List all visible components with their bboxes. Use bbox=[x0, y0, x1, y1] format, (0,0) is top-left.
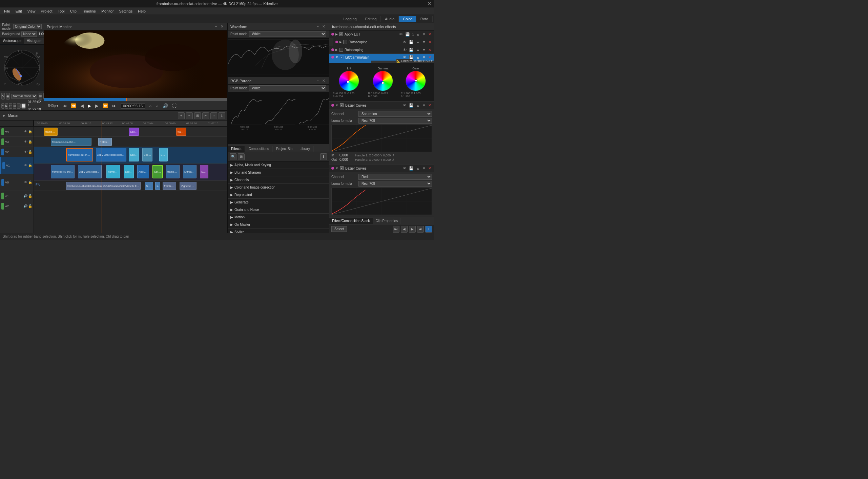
tl-tool-2[interactable]: ▶ bbox=[5, 103, 8, 109]
clip-v1-5[interactable]: Apply LUT/Lift/s bbox=[137, 165, 149, 178]
effect-enabled-checkbox[interactable]: ✓ bbox=[340, 166, 344, 170]
menu-file[interactable]: File bbox=[1, 8, 13, 14]
track-v0-mute[interactable]: 👁 bbox=[24, 180, 27, 184]
tab-library[interactable]: Library bbox=[296, 146, 314, 152]
track-a1-mute[interactable]: 🔊 bbox=[23, 194, 27, 198]
clip-vi-4[interactable]: framboise-ou-cho bbox=[163, 182, 176, 190]
clip-v1-9[interactable]: Scene 23 bbox=[200, 165, 208, 178]
tab-color[interactable]: Color bbox=[399, 16, 416, 22]
tl-info[interactable]: ℹ bbox=[219, 112, 225, 119]
track-v2-lock[interactable]: 🔒 bbox=[28, 150, 32, 154]
rewind-btn[interactable]: ⏪ bbox=[69, 103, 78, 109]
paintmode-select[interactable]: Original Color bbox=[13, 24, 42, 29]
clip-v1-7[interactable]: framboise-ou-cho bbox=[166, 165, 180, 178]
clip-v1-6[interactable]: Screen bbox=[152, 165, 163, 178]
keyframe-bar[interactable]: 📐 Linear ▾ 00:08:11:23 ▾ bbox=[329, 61, 434, 63]
effects-transport-4[interactable]: ⏭ bbox=[417, 226, 424, 233]
tab-audio[interactable]: Audio bbox=[381, 16, 399, 22]
effect-enabled-checkbox[interactable]: ✓ bbox=[340, 103, 344, 107]
background-select[interactable]: None bbox=[21, 31, 37, 37]
mark-in[interactable]: ⬦ bbox=[148, 103, 153, 109]
rgb-minimize[interactable]: − bbox=[316, 78, 320, 83]
track-v0-lock[interactable]: 🔒 bbox=[28, 180, 32, 184]
tl-zoom-out[interactable]: − bbox=[186, 112, 193, 119]
bezier-channel-select[interactable]: Saturation bbox=[358, 111, 432, 117]
effect-save-icon[interactable]: 💾 bbox=[408, 103, 414, 108]
category-color-header[interactable]: ▶ Color and Image correction bbox=[228, 184, 329, 191]
tab-logging[interactable]: Logging bbox=[339, 16, 361, 22]
monitor-timeline[interactable] bbox=[44, 98, 227, 101]
category-motion-header[interactable]: ▶ Motion bbox=[228, 214, 329, 221]
track-a2-lock[interactable]: 🔒 bbox=[28, 204, 32, 208]
effects-transport-2[interactable]: ◀ bbox=[401, 226, 408, 233]
effect-enabled-checkbox[interactable]: ✓ bbox=[340, 55, 344, 59]
tab-clip-properties[interactable]: Clip Properties bbox=[373, 218, 401, 224]
track-vi-row[interactable]: # 6 framboise-ou-chocolat.mkv Apply LUT/… bbox=[34, 181, 227, 191]
play-next-frame[interactable]: ⏭ bbox=[111, 103, 118, 109]
clip-v4-3[interactable]: framboise bbox=[176, 128, 186, 136]
track-v3-lock[interactable]: 🔒 bbox=[28, 140, 32, 144]
effect-delete-icon[interactable]: ✕ bbox=[428, 166, 432, 171]
effect-eye-icon[interactable]: 👁 bbox=[402, 40, 407, 45]
track-v4-mute[interactable]: 👁 bbox=[24, 130, 27, 133]
clip-v2-4[interactable]: Scene 15 bbox=[142, 148, 152, 161]
fullscreen-btn[interactable]: ⛶ bbox=[171, 103, 178, 109]
track-v2-mute[interactable]: 👁 bbox=[24, 150, 27, 154]
menu-edit[interactable]: Edit bbox=[13, 8, 25, 14]
effects-search[interactable]: 🔍 bbox=[230, 153, 236, 160]
effect-eye-icon[interactable]: 👁 bbox=[402, 103, 407, 108]
tool-mode[interactable]: ◉ bbox=[6, 93, 10, 100]
tab-roto[interactable]: Roto bbox=[416, 16, 433, 22]
bezier-1-header[interactable]: ▼ ✓ Bézier Curves 👁 💾 ▲ ▼ ✕ bbox=[329, 102, 434, 109]
tl-toggle[interactable]: ▸ bbox=[2, 113, 7, 118]
effect-delete-icon[interactable]: ✕ bbox=[428, 47, 432, 52]
effect-up-icon[interactable]: ▲ bbox=[415, 166, 420, 171]
track-area[interactable]: 00:29:00 00:33:20 00:38:16 00:43:12 00:4… bbox=[34, 121, 227, 233]
clip-v2-selected[interactable]: framboise-ou-chocolat-edit.mk... bbox=[66, 148, 93, 161]
step-fwd-btn[interactable]: ▶ bbox=[94, 103, 100, 109]
effects-transport-3[interactable]: ▶ bbox=[409, 226, 416, 233]
bezier-curve-display-1[interactable] bbox=[331, 125, 432, 152]
rgb-close[interactable]: ✕ bbox=[321, 78, 326, 83]
menu-timeline[interactable]: Timeline bbox=[79, 8, 99, 14]
close-button[interactable]: ✕ bbox=[428, 1, 431, 6]
clip-v4-1[interactable]: framboise bbox=[44, 128, 58, 136]
effect-down-icon[interactable]: ▼ bbox=[421, 166, 427, 171]
effect-up-icon[interactable]: ▲ bbox=[415, 32, 420, 37]
bezier-luma-select[interactable]: Rec. 709 bbox=[358, 118, 432, 124]
resolution-select[interactable]: 540p ▾ bbox=[47, 103, 60, 108]
clip-v2-5[interactable]: Scene 18 bbox=[159, 148, 168, 161]
bezier-2-luma-select[interactable]: Rec. 709 bbox=[358, 181, 432, 187]
clip-v1-2[interactable]: Apply LUT/Rotoscoping/Rotoscoping/Lift/g… bbox=[78, 165, 102, 178]
effect-up-icon[interactable]: ▲ bbox=[415, 103, 420, 108]
effect-info-icon[interactable]: ℹ bbox=[412, 32, 414, 37]
clip-v3-2[interactable]: Rotoscoping/App... bbox=[98, 138, 112, 146]
step-back-btn[interactable]: ◀ bbox=[79, 103, 85, 109]
effect-save-icon[interactable]: 💾 bbox=[408, 47, 414, 52]
effect-rotoscoping-2-header[interactable]: ▶ Rotoscoping 👁 💾 ▲ ▼ ✕ bbox=[329, 46, 434, 53]
clip-v4-2[interactable]: Scene bbox=[129, 128, 139, 136]
category-generate-header[interactable]: ▶ Generate bbox=[228, 199, 329, 206]
effect-save-icon[interactable]: 💾 bbox=[408, 166, 414, 171]
mark-out[interactable]: ⬦ bbox=[154, 103, 160, 109]
tab-compositions[interactable]: Compositions bbox=[245, 146, 273, 152]
play-prev-frame[interactable]: ⏮ bbox=[61, 103, 68, 109]
menu-view[interactable]: View bbox=[25, 8, 38, 14]
effect-eye-icon[interactable]: 👁 bbox=[398, 32, 404, 37]
effect-eye-icon[interactable]: 👁 bbox=[402, 166, 407, 171]
select-button[interactable]: Select bbox=[331, 226, 347, 232]
track-v4-row[interactable]: framboise Scene framboise bbox=[34, 127, 227, 137]
tab-histogram[interactable]: Histogram bbox=[24, 38, 45, 44]
tool-snap[interactable]: ⊞ bbox=[39, 93, 42, 100]
tl-zoom-in[interactable]: + bbox=[178, 112, 185, 119]
effects-transport-1[interactable]: ⏮ bbox=[393, 226, 399, 233]
menu-clip[interactable]: Clip bbox=[67, 8, 79, 14]
gamma-color-wheel[interactable] bbox=[373, 71, 393, 91]
clip-v1-1[interactable]: framboise-ou-cho... Apply LUT/Lift/gam bbox=[51, 165, 75, 178]
tl-tool-1[interactable]: ⌖ bbox=[1, 103, 4, 109]
waveform-close[interactable]: ✕ bbox=[321, 24, 326, 29]
waveform-pm-select[interactable]: White bbox=[249, 31, 326, 37]
track-v1-lock[interactable]: 🔒 bbox=[28, 164, 32, 167]
track-v1-row[interactable]: framboise-ou-cho... Apply LUT/Lift/gam A… bbox=[34, 164, 227, 181]
category-alpha-header[interactable]: ▶ Alpha, Mask and Keying bbox=[228, 161, 329, 169]
